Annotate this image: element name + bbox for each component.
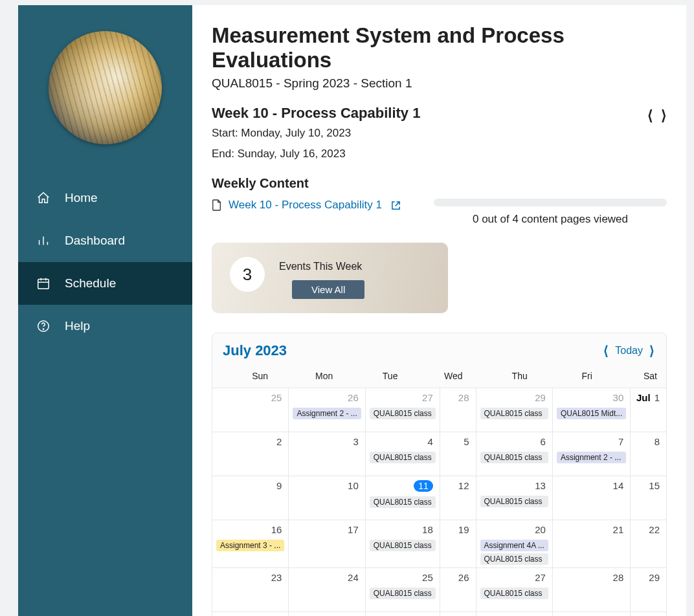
- calendar-cell[interactable]: 25QUAL8015 class: [365, 567, 440, 611]
- calendar-cell[interactable]: 13QUAL8015 class: [476, 476, 552, 520]
- calendar-event[interactable]: QUAL8015 Midt...: [557, 408, 626, 419]
- calendar-event[interactable]: QUAL8015 class: [480, 553, 548, 565]
- calendar-cell[interactable]: 24: [288, 567, 364, 611]
- calendar-cell[interactable]: 3QUAL8015 class: [476, 611, 552, 616]
- calendar-cell[interactable]: 4QUAL8015 class: [365, 432, 440, 476]
- calendar-day-number: 13: [480, 480, 548, 494]
- sidebar-item-label: Dashboard: [65, 234, 125, 248]
- calendar-cell[interactable]: 14: [552, 476, 630, 520]
- calendar-cell[interactable]: 9: [212, 476, 288, 520]
- calendar-next-button[interactable]: ⟩: [649, 343, 655, 358]
- calendar-cell[interactable]: Jul1: [630, 388, 666, 432]
- calendar-day-number: 21: [557, 524, 626, 538]
- calendar-cell[interactable]: 28: [552, 567, 630, 611]
- sidebar-item-label: Help: [65, 319, 90, 333]
- calendar-day-number: 27: [480, 572, 548, 586]
- external-link-icon: [391, 201, 401, 210]
- calendar-cell[interactable]: 16Assignment 3 - ...: [212, 520, 288, 567]
- calendar-day-number: 6: [480, 436, 548, 450]
- week-title: Week 10 - Process Capability 1: [212, 105, 420, 122]
- content-link[interactable]: Week 10 - Process Capability 1: [212, 199, 401, 212]
- calendar-cell[interactable]: 12: [440, 476, 476, 520]
- calendar-cell[interactable]: 29: [630, 567, 666, 611]
- calendar-cell[interactable]: 2: [212, 432, 288, 476]
- calendar-cell[interactable]: 20Assignment 4A ...QUAL8015 class: [476, 520, 552, 567]
- calendar-cell[interactable]: 3: [288, 432, 364, 476]
- calendar-event[interactable]: QUAL8015 class: [370, 452, 436, 463]
- calendar-event[interactable]: QUAL8015 class: [480, 452, 548, 463]
- svg-rect-3: [38, 280, 49, 289]
- calendar-event[interactable]: QUAL8015 class: [480, 588, 548, 599]
- calendar-dow-label: Sun: [212, 371, 277, 381]
- calendar-cell[interactable]: 26Assignment 2 - ...: [288, 388, 364, 432]
- calendar-event[interactable]: Assignment 3 - ...: [216, 540, 284, 551]
- calendar-cell[interactable]: 30: [212, 611, 288, 616]
- calendar-cell[interactable]: 18QUAL8015 class: [365, 520, 440, 567]
- sidebar: Home Dashboard Schedule Help: [18, 5, 192, 616]
- calendar-cell[interactable]: 28: [440, 388, 476, 432]
- calendar-day-number: 24: [293, 572, 361, 586]
- calendar-cell[interactable]: 5: [440, 432, 476, 476]
- calendar-today-button[interactable]: Today: [615, 345, 643, 357]
- calendar-month-label[interactable]: July 2023: [223, 342, 287, 359]
- calendar-cell[interactable]: 6QUAL8015 class: [476, 432, 552, 476]
- calendar-event[interactable]: QUAL8015 class: [370, 496, 436, 508]
- calendar: July 2023 ⟨ Today ⟩ SunMonTueWedThuFriSa…: [212, 333, 667, 616]
- calendar-event[interactable]: QUAL8015 class: [370, 540, 436, 551]
- sidebar-item-schedule[interactable]: Schedule: [18, 262, 192, 305]
- calendar-event[interactable]: Assignment 2 - ...: [293, 408, 361, 419]
- calendar-event[interactable]: QUAL8015 class: [480, 408, 548, 419]
- calendar-event[interactable]: QUAL8015 class: [370, 408, 436, 419]
- calendar-cell[interactable]: 25: [212, 388, 288, 432]
- calendar-day-number: 16: [216, 524, 284, 538]
- sidebar-item-dashboard[interactable]: Dashboard: [18, 219, 192, 262]
- calendar-day-number: 19: [444, 524, 472, 538]
- calendar-cell[interactable]: 10: [288, 476, 364, 520]
- calendar-event[interactable]: QUAL8015 class: [480, 496, 548, 507]
- sidebar-item-home[interactable]: Home: [18, 177, 192, 219]
- calendar-day-number: 3: [293, 436, 361, 450]
- calendar-cell[interactable]: 29QUAL8015 class: [476, 388, 552, 432]
- calendar-nav: ⟨ Today ⟩: [603, 343, 655, 358]
- calendar-cell[interactable]: 7Assignment 2 - ...: [552, 432, 630, 476]
- calendar-cell[interactable]: 23: [212, 567, 288, 611]
- calendar-cell[interactable]: 30QUAL8015 Midt...: [552, 388, 630, 432]
- calendar-event[interactable]: QUAL8015 class: [370, 588, 436, 599]
- calendar-cell[interactable]: 2: [440, 611, 476, 616]
- calendar-today-badge: 11: [414, 480, 433, 492]
- week-next-button[interactable]: ⟩: [661, 107, 667, 124]
- calendar-cell[interactable]: 31: [288, 611, 364, 616]
- week-header-row: Week 10 - Process Capability 1 ⟨ ⟩: [212, 105, 667, 127]
- week-start-date: Start: Monday, July 10, 2023: [212, 127, 667, 140]
- calendar-day-number: 25: [370, 572, 436, 586]
- week-prev-button[interactable]: ⟨: [647, 107, 653, 124]
- calendar-day-number: 5: [444, 436, 472, 450]
- calendar-cell[interactable]: Aug1QUAL8015 class: [365, 611, 440, 616]
- calendar-prev-button[interactable]: ⟨: [603, 343, 609, 358]
- calendar-day-number: 10: [293, 480, 361, 494]
- help-icon: [36, 319, 50, 333]
- calendar-cell[interactable]: 27QUAL8015 class: [476, 567, 552, 611]
- calendar-cell[interactable]: 15: [630, 476, 666, 520]
- calendar-dow-label: Thu: [472, 371, 537, 381]
- calendar-cell[interactable]: 21: [552, 520, 630, 567]
- calendar-cell[interactable]: 8: [630, 432, 666, 476]
- course-avatar[interactable]: [49, 31, 162, 144]
- calendar-cell[interactable]: 19: [440, 520, 476, 567]
- calendar-event[interactable]: Assignment 4A ...: [480, 540, 548, 551]
- calendar-day-number: 29: [480, 392, 548, 406]
- calendar-cell[interactable]: 17: [288, 520, 364, 567]
- calendar-dow-row: SunMonTueWedThuFriSat: [212, 364, 666, 388]
- calendar-event[interactable]: Assignment 2 - ...: [557, 452, 626, 463]
- calendar-cell[interactable]: 4: [552, 611, 630, 616]
- calendar-cell[interactable]: 5: [630, 611, 666, 616]
- calendar-cell[interactable]: 26: [440, 567, 476, 611]
- sidebar-item-help[interactable]: Help: [18, 305, 192, 347]
- calendar-cell[interactable]: 27QUAL8015 class: [365, 388, 440, 432]
- calendar-cell[interactable]: 22: [630, 520, 666, 567]
- view-all-button[interactable]: View All: [292, 280, 364, 299]
- content-link-text[interactable]: Week 10 - Process Capability 1: [229, 199, 382, 212]
- calendar-icon: [36, 276, 50, 291]
- calendar-cell[interactable]: 11QUAL8015 class: [365, 476, 440, 520]
- calendar-day-number: 8: [634, 436, 662, 450]
